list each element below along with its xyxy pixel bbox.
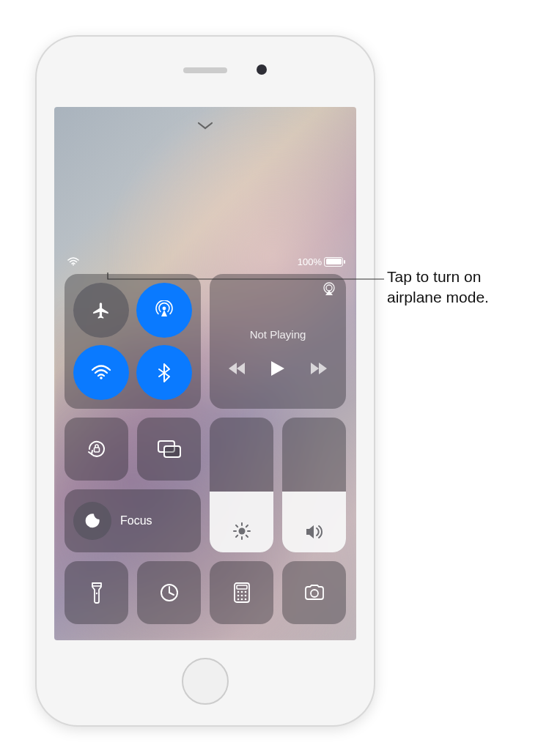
screen-mirroring-icon <box>157 440 182 459</box>
connectivity-group <box>65 274 201 409</box>
wifi-button[interactable] <box>73 345 129 400</box>
brightness-icon <box>232 522 251 541</box>
svg-point-1 <box>163 306 166 310</box>
bluetooth-icon <box>158 363 170 382</box>
callout-text: Tap to turn on airplane mode. <box>387 267 526 308</box>
battery-percentage: 100% <box>298 256 322 267</box>
focus-button[interactable]: Focus <box>65 489 201 552</box>
svg-point-30 <box>237 598 239 601</box>
airplay-icon[interactable] <box>321 281 337 296</box>
svg-point-33 <box>311 590 318 597</box>
volume-icon <box>304 523 325 541</box>
svg-rect-7 <box>164 446 180 457</box>
svg-point-26 <box>244 591 246 593</box>
svg-point-28 <box>240 595 243 597</box>
brightness-slider[interactable] <box>210 418 273 552</box>
flashlight-button[interactable] <box>65 561 128 624</box>
svg-point-25 <box>240 591 243 593</box>
control-center: Not Playing <box>65 274 346 624</box>
media-title: Not Playing <box>250 328 306 341</box>
svg-point-31 <box>240 598 243 601</box>
calculator-button[interactable] <box>210 561 273 624</box>
airdrop-icon <box>154 300 174 321</box>
camera-icon <box>303 584 325 601</box>
orientation-lock-icon <box>85 437 108 461</box>
svg-line-13 <box>236 525 237 527</box>
svg-point-29 <box>244 595 246 597</box>
orientation-lock-button[interactable] <box>65 418 128 481</box>
device-frame: 100% <box>37 37 374 725</box>
status-bar: 100% <box>54 253 356 270</box>
svg-point-18 <box>95 593 97 594</box>
rewind-button[interactable] <box>229 363 245 374</box>
svg-point-24 <box>237 591 239 593</box>
bluetooth-button[interactable] <box>136 345 192 400</box>
svg-rect-5 <box>94 448 99 452</box>
flashlight-icon <box>91 582 103 604</box>
svg-point-32 <box>244 598 246 601</box>
svg-point-8 <box>238 528 245 535</box>
wifi-icon <box>91 365 111 381</box>
svg-point-27 <box>237 595 239 597</box>
timer-icon <box>159 582 180 603</box>
camera-button[interactable] <box>282 561 346 624</box>
svg-line-21 <box>169 593 174 595</box>
screen: 100% <box>54 107 356 640</box>
svg-line-14 <box>246 536 247 537</box>
wifi-status-icon <box>67 257 79 266</box>
svg-point-2 <box>100 377 103 379</box>
media-controls-tile[interactable]: Not Playing <box>210 274 346 409</box>
airdrop-button[interactable] <box>136 283 192 338</box>
forward-button[interactable] <box>311 363 327 374</box>
svg-line-15 <box>236 536 237 537</box>
airplane-mode-button[interactable] <box>73 283 129 338</box>
calculator-icon <box>234 582 250 603</box>
screen-mirroring-button[interactable] <box>137 418 201 481</box>
svg-point-0 <box>73 264 74 266</box>
svg-point-4 <box>326 285 332 291</box>
timer-button[interactable] <box>137 561 201 624</box>
play-button[interactable] <box>271 361 284 376</box>
svg-line-16 <box>246 525 247 527</box>
chevron-down-icon[interactable] <box>197 122 213 130</box>
speaker-grille <box>183 67 227 73</box>
focus-label: Focus <box>120 514 152 527</box>
battery-indicator: 100% <box>298 256 343 267</box>
svg-rect-23 <box>237 585 247 589</box>
volume-slider[interactable] <box>282 418 346 552</box>
home-button[interactable] <box>182 658 229 705</box>
do-not-disturb-icon <box>73 502 111 540</box>
front-camera <box>257 64 267 75</box>
airplane-icon <box>92 301 111 320</box>
